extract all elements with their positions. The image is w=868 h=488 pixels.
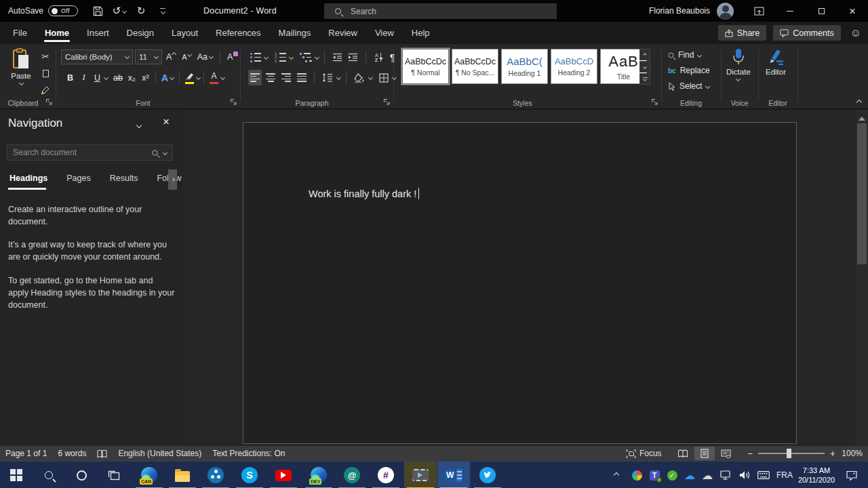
change-case-button[interactable]: Aa [195, 49, 215, 64]
zoom-in-button[interactable]: + [830, 448, 835, 459]
select-button[interactable]: Select [668, 81, 709, 91]
highlight-button[interactable] [183, 70, 196, 85]
tray-clock[interactable]: 7:33 AM 20/11/2020 [796, 462, 837, 488]
tray-network[interactable] [716, 462, 735, 488]
scroll-up-arrow-icon[interactable] [859, 113, 865, 121]
underline-button[interactable]: U [91, 70, 104, 85]
editor-button[interactable]: Editor [766, 48, 786, 76]
bullets-button[interactable] [248, 49, 263, 65]
taskbar-file-explorer[interactable] [166, 462, 199, 488]
document-page[interactable]: Work is finally fully dark ! [243, 122, 797, 444]
navigation-search-dropdown-icon[interactable] [163, 150, 167, 155]
style-no-spacing[interactable]: AaBbCcDc ¶ No Spac... [452, 49, 498, 84]
sort-button[interactable]: AZ [372, 49, 384, 65]
tray-onedrive[interactable]: ☁ [681, 462, 698, 488]
styles-scroll-up-button[interactable] [639, 49, 650, 60]
taskbar-app-dots[interactable] [199, 462, 232, 488]
page-count-status[interactable]: Page 1 of 1 [5, 449, 47, 458]
undo-button[interactable]: ↺ [109, 1, 130, 21]
grow-font-button[interactable]: A [164, 49, 178, 64]
language-status[interactable]: English (United States) [118, 449, 201, 458]
navigation-options-dropdown-icon[interactable] [136, 123, 142, 128]
nav-tab-headings[interactable]: Headings [0, 169, 57, 188]
multilevel-list-button[interactable] [298, 49, 314, 65]
taskbar-twitter[interactable] [471, 462, 504, 488]
proofing-status[interactable] [97, 449, 107, 458]
scrollbar-thumb[interactable] [857, 123, 867, 264]
tab-layout[interactable]: Layout [163, 22, 207, 44]
align-left-button[interactable] [248, 70, 262, 85]
tab-mailings[interactable]: Mailings [270, 22, 320, 44]
format-painter-button[interactable] [38, 83, 53, 97]
redo-button[interactable]: ↻ [131, 1, 151, 21]
navigation-search-input[interactable] [13, 148, 152, 157]
web-layout-button[interactable] [716, 447, 736, 460]
save-icon[interactable] [87, 1, 108, 21]
cut-button[interactable]: ✂ [38, 49, 53, 63]
italic-button[interactable]: I [77, 70, 90, 85]
titlebar-search-box[interactable] [324, 3, 557, 19]
strikethrough-button[interactable]: ab [111, 70, 125, 85]
read-mode-button[interactable] [673, 447, 693, 460]
tab-view[interactable]: View [366, 22, 403, 44]
customize-qat-button[interactable] [153, 1, 173, 21]
taskbar-edge-dev[interactable]: DEV [302, 462, 335, 488]
taskbar-edge-canary[interactable]: CAN [133, 462, 165, 488]
subscript-button[interactable]: x₂ [125, 70, 138, 85]
taskbar-search-button[interactable] [33, 462, 65, 488]
styles-dialog-launcher[interactable] [651, 98, 658, 106]
tray-language[interactable]: FRA [773, 462, 796, 488]
shading-dropdown-icon[interactable] [368, 75, 373, 80]
align-center-button[interactable] [264, 70, 277, 85]
tray-cloud[interactable]: ☁ [698, 462, 716, 488]
tray-teams[interactable]: T [646, 462, 663, 488]
shrink-font-button[interactable]: A [180, 49, 193, 64]
tray-touch-keyboard[interactable] [754, 462, 773, 488]
text-effects-button[interactable]: A [159, 70, 176, 85]
ribbon-display-options-button[interactable] [743, 0, 774, 22]
search-input[interactable] [351, 7, 527, 16]
style-heading2[interactable]: AaBbCcD Heading 2 [551, 49, 597, 84]
document-text-line[interactable]: Work is finally fully dark ! [309, 188, 419, 199]
user-name[interactable]: Florian Beaubois [649, 6, 710, 16]
share-button[interactable]: Share [718, 25, 766, 41]
replace-button[interactable]: bc Replace [668, 66, 710, 75]
highlight-dropdown-icon[interactable] [196, 75, 201, 80]
align-right-button[interactable] [279, 70, 293, 85]
shading-button[interactable] [352, 70, 367, 85]
tray-volume[interactable] [735, 462, 754, 488]
focus-mode-button[interactable]: Focus [626, 449, 662, 458]
paragraph-dialog-launcher[interactable] [383, 98, 391, 106]
nav-tab-pages[interactable]: Pages [57, 169, 100, 188]
autosave-toggle[interactable]: Off [48, 5, 78, 16]
zoom-out-button[interactable]: − [747, 448, 753, 459]
multilevel-dropdown-icon[interactable] [315, 55, 319, 60]
comments-button[interactable]: Comments [773, 25, 840, 41]
bold-button[interactable]: B [64, 70, 77, 85]
navigation-close-icon[interactable]: × [163, 115, 170, 129]
zoom-percentage[interactable]: 100% [837, 449, 863, 458]
restore-button[interactable] [806, 0, 837, 22]
styles-scroll-down-button[interactable] [639, 61, 650, 73]
start-button[interactable] [0, 462, 33, 488]
zoom-slider-thumb[interactable] [787, 449, 791, 458]
collapse-ribbon-icon[interactable] [856, 100, 862, 105]
paste-button[interactable]: Paste [6, 48, 36, 96]
tray-show-hidden-icons[interactable] [608, 462, 625, 488]
numbering-button[interactable]: 1 2 3 [273, 49, 288, 65]
close-button[interactable]: × [837, 0, 868, 22]
line-spacing-button[interactable] [320, 70, 335, 85]
bullets-dropdown-icon[interactable] [264, 55, 269, 60]
autosave-control[interactable]: AutoSave Off [8, 5, 78, 16]
clipboard-dialog-launcher[interactable] [45, 98, 53, 106]
style-normal[interactable]: AaBbCcDc ¶ Normal [402, 49, 449, 84]
taskbar-media-player[interactable] [404, 462, 437, 488]
tab-home[interactable]: Home [36, 22, 78, 44]
tab-insert[interactable]: Insert [78, 22, 118, 44]
nav-tab-results[interactable]: Results [100, 169, 148, 188]
tray-app-icon[interactable] [628, 462, 646, 488]
text-predictions-status[interactable]: Text Predictions: On [212, 449, 285, 458]
print-layout-button[interactable] [694, 447, 715, 460]
font-color-button[interactable]: A [208, 70, 220, 85]
tab-help[interactable]: Help [403, 22, 439, 44]
